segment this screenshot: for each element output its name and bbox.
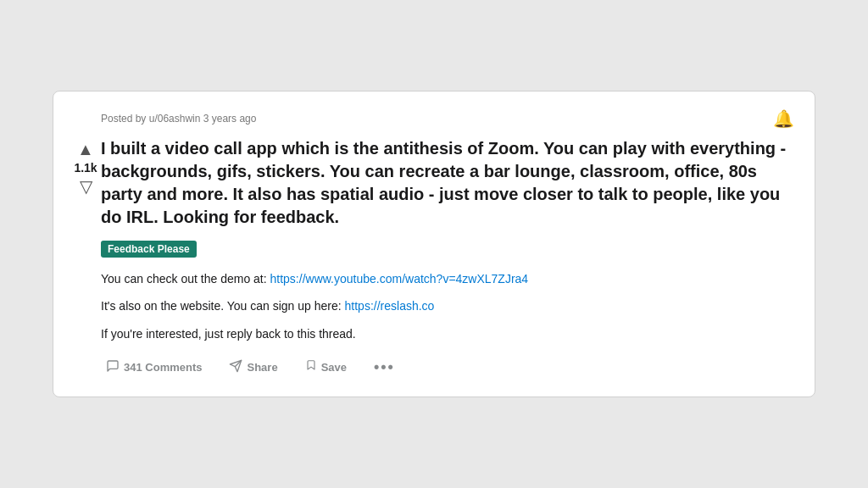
comments-button[interactable]: 341 Comments: [101, 356, 207, 380]
save-button[interactable]: Save: [300, 356, 352, 380]
paragraph-1: You can check out the demo at: https://w…: [101, 269, 794, 288]
paragraph-1-prefix: You can check out the demo at:: [101, 272, 270, 286]
share-icon: [229, 359, 242, 376]
share-button[interactable]: Share: [224, 356, 282, 380]
share-label: Share: [247, 361, 277, 374]
post-body: I built a video call app which is the an…: [101, 137, 794, 380]
save-label: Save: [321, 361, 347, 374]
paragraph-3: If you're interested, just reply back to…: [101, 324, 794, 343]
post-title: I built a video call app which is the an…: [101, 137, 794, 229]
save-icon: [305, 359, 317, 376]
paragraph-2: It's also on the website. You can sign u…: [101, 297, 794, 315]
post-card: Posted by u/06ashwin 3 years ago 🔔 ▲ 1.1…: [53, 91, 815, 397]
vote-count: 1.1k: [74, 161, 97, 175]
vote-section: ▲ 1.1k ▽: [70, 137, 101, 197]
posted-by: Posted by u/06ashwin 3 years ago: [101, 113, 256, 125]
website-link[interactable]: https://reslash.co: [345, 299, 435, 313]
flair-badge[interactable]: Feedback Please: [101, 241, 197, 258]
actions-row: 341 Comments Share Save •••: [101, 355, 794, 380]
main-content: ▲ 1.1k ▽ I built a video call app which …: [70, 137, 794, 380]
demo-link[interactable]: https://www.youtube.com/watch?v=4zwXL7ZJ…: [270, 272, 529, 286]
top-row: Posted by u/06ashwin 3 years ago 🔔: [70, 108, 794, 129]
comments-label: 341 Comments: [124, 361, 202, 374]
downvote-button[interactable]: ▽: [80, 176, 92, 197]
bell-icon[interactable]: 🔔: [773, 108, 794, 129]
upvote-button[interactable]: ▲: [77, 139, 94, 159]
more-options-button[interactable]: •••: [369, 355, 400, 380]
paragraph-2-prefix: It's also on the website. You can sign u…: [101, 299, 345, 313]
comment-icon: [106, 359, 120, 376]
